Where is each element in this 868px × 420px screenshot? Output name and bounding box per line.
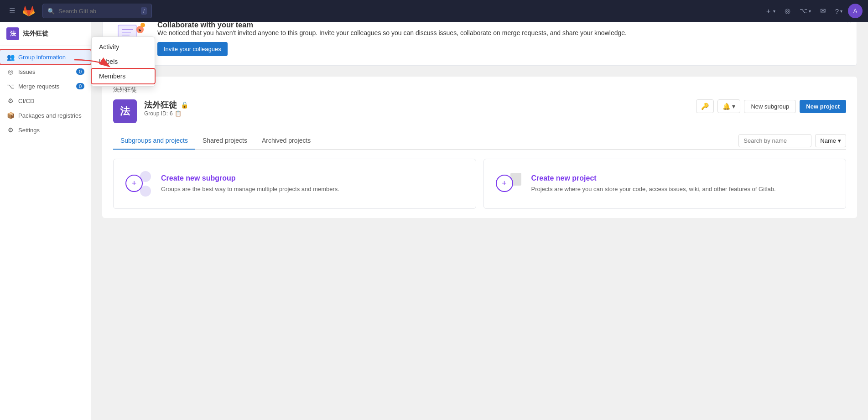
tab-subgroups-and-projects[interactable]: Subgroups and projects (113, 132, 195, 150)
search-by-name-input[interactable] (738, 134, 811, 147)
copy-id-icon[interactable]: 📋 (175, 110, 182, 117)
sidebar: 法 法外狂徒 👥 Group information ◎ Issues 0 ⌥ … (0, 22, 91, 398)
sidebar-item-settings[interactable]: ⚙ Settings (0, 123, 91, 137)
activity-icon: ✉ (820, 7, 826, 15)
cicd-icon: ⚙ (6, 97, 15, 104)
issues-icon: ◎ (785, 7, 790, 15)
group-info-icon: 👥 (6, 53, 15, 61)
new-subgroup-button[interactable]: New subgroup (744, 100, 796, 113)
invite-colleagues-button[interactable]: Invite your colleagues (157, 42, 228, 56)
group-avatar: 法 (113, 99, 137, 123)
sidebar-avatar: 法 (6, 27, 19, 40)
bell-chevron: ▾ (732, 103, 735, 110)
group-actions: 🔑 🔔 ▾ New subgroup New project (696, 99, 846, 113)
group-header: 法 法外狂徒 🔒 Group ID: 6 📋 🔑 🔔 ▾ New subgrou… (113, 99, 846, 123)
group-breadcrumb: 法外狂徒 (113, 86, 846, 94)
subgroup-card-text: Create new subgroup Groups are the best … (161, 174, 339, 193)
hamburger-button[interactable]: ☰ (5, 4, 19, 18)
plus-icon-project: + (502, 179, 507, 188)
notification-bell-button[interactable]: 🔔 ▾ (717, 99, 740, 113)
activity-button[interactable]: ✉ (816, 4, 830, 18)
dropdown-item-members[interactable]: Members (92, 69, 155, 83)
create-subgroup-desc: Groups are the best way to manage multip… (161, 185, 339, 193)
chevron-icon: ▾ (773, 9, 775, 14)
group-info: 法外狂徒 🔒 Group ID: 6 📋 (144, 99, 689, 117)
sidebar-item-label: Issues (18, 68, 36, 75)
banner-content: Collaborate with your team We noticed th… (157, 21, 627, 56)
dropdown-item-activity[interactable]: Activity (92, 40, 155, 54)
help-icon: ? (835, 7, 839, 15)
plus-icon: ＋ (765, 7, 772, 16)
project-icon: + (496, 171, 521, 197)
create-subgroup-title: Create new subgroup (161, 174, 339, 182)
tab-shared-projects[interactable]: Shared projects (195, 132, 255, 150)
sidebar-item-group-information[interactable]: 👥 Group information (0, 50, 91, 64)
sidebar-item-cicd[interactable]: ⚙ CI/CD (0, 93, 91, 108)
merge-icon: ⌥ (800, 7, 807, 15)
key-button[interactable]: 🔑 (696, 99, 714, 113)
merge-icon-sidebar: ⌥ (6, 83, 15, 90)
main-content: Collaborate with your team We noticed th… (91, 0, 868, 398)
sidebar-item-issues[interactable]: ◎ Issues 0 (0, 64, 91, 79)
tab-archived-projects[interactable]: Archived projects (255, 132, 318, 150)
sidebar-item-packages[interactable]: 📦 Packages and registries (0, 108, 91, 123)
dropdown-popup: Activity Labels Members (91, 36, 155, 87)
sidebar-header: 法 法外狂徒 (0, 22, 91, 46)
group-id-label: Group ID: (144, 110, 168, 117)
user-avatar-button[interactable]: A (848, 4, 863, 18)
group-section: 法外狂徒 法 法外狂徒 🔒 Group ID: 6 📋 🔑 🔔 ▾ (102, 77, 857, 218)
create-button[interactable]: ＋ ▾ (761, 4, 779, 18)
merge-badge: 0 (76, 83, 84, 89)
project-card-text: Create new project Projects are where yo… (531, 174, 776, 193)
subgroup-icon-wrap: + (125, 170, 152, 197)
chevron-icon2: ▾ (809, 9, 811, 14)
cards-grid: + Create new subgroup Groups are the bes… (113, 159, 846, 209)
settings-icon: ⚙ (6, 126, 15, 134)
sidebar-nav: 👥 Group information ◎ Issues 0 ⌥ Merge r… (0, 46, 91, 141)
issues-icon-sidebar: ◎ (6, 68, 15, 75)
dropdown-item-labels[interactable]: Labels (92, 54, 155, 69)
svg-point-6 (140, 23, 145, 27)
project-icon-wrap: + (495, 170, 522, 197)
search-shortcut: / (141, 7, 147, 15)
svg-point-8 (139, 30, 141, 31)
create-project-title: Create new project (531, 174, 776, 182)
sidebar-item-merge-requests[interactable]: ⌥ Merge requests 0 (0, 79, 91, 93)
issues-badge: 0 (76, 68, 84, 75)
group-id: Group ID: 6 📋 (144, 110, 689, 117)
gitlab-logo (22, 5, 35, 17)
top-nav: ☰ 🔍 / ＋ ▾ ◎ ⌥ ▾ ✉ (0, 0, 868, 22)
lock-icon: 🔒 (181, 101, 188, 109)
create-subgroup-card[interactable]: + Create new subgroup Groups are the bes… (113, 159, 476, 209)
sidebar-item-label: Group information (18, 54, 66, 61)
help-button[interactable]: ? ▾ (832, 5, 846, 18)
project-circle: + (496, 175, 513, 192)
new-project-button[interactable]: New project (800, 100, 846, 113)
search-bar[interactable]: 🔍 / (42, 4, 152, 18)
tabs-row: Subgroups and projects Shared projects A… (113, 132, 846, 150)
search-icon: 🔍 (47, 8, 55, 15)
sort-label: Name (820, 137, 836, 144)
search-input[interactable] (58, 8, 137, 15)
merge-button[interactable]: ⌥ ▾ (796, 4, 815, 18)
subgroup-icon: + (125, 171, 151, 197)
group-name: 法外狂徒 (144, 99, 177, 110)
sidebar-item-label: CI/CD (18, 98, 34, 104)
chevron-icon3: ▾ (840, 9, 842, 14)
issues-button[interactable]: ◎ (781, 4, 794, 18)
plus-icon-card: + (132, 179, 137, 188)
sort-chevron-icon: ▾ (838, 137, 841, 144)
hamburger-icon: ☰ (9, 7, 15, 15)
packages-icon: 📦 (6, 112, 15, 119)
create-project-card[interactable]: + Create new project Projects are where … (483, 159, 847, 209)
create-project-desc: Projects are where you can store your co… (531, 185, 776, 193)
sort-dropdown[interactable]: Name ▾ (815, 134, 846, 147)
main-circle: + (125, 175, 143, 192)
banner-description: We noticed that you haven't invited anyo… (157, 29, 627, 36)
sidebar-item-label: Packages and registries (18, 112, 82, 119)
sidebar-item-label: Merge requests (18, 83, 59, 90)
sidebar-item-label: Settings (18, 127, 40, 134)
group-id-value: 6 (170, 110, 173, 117)
sidebar-group-title: 法外狂徒 (23, 30, 48, 38)
